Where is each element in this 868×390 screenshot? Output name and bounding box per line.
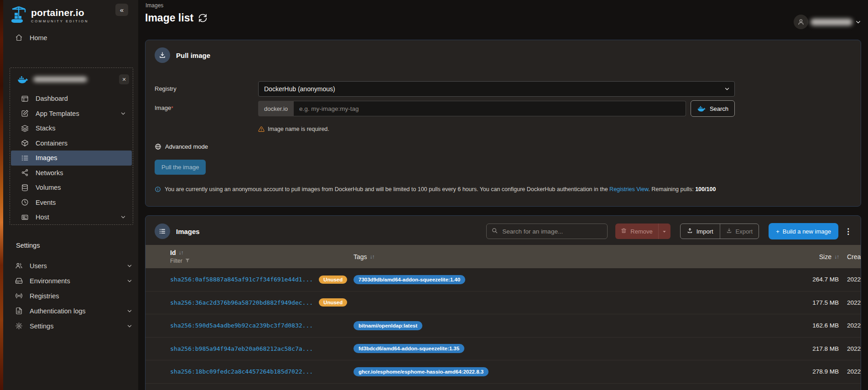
sidebar-item-volumes[interactable]: Volumes <box>11 180 132 195</box>
registry-select[interactable]: DockerHub (anonymous) <box>258 81 735 97</box>
refresh-icon[interactable] <box>198 14 207 22</box>
docker-whale-icon <box>17 75 29 84</box>
advanced-mode-toggle[interactable]: Advanced mode <box>155 143 208 150</box>
image-created: 2022- <box>847 276 861 283</box>
app-templates-icon <box>21 109 29 117</box>
column-header-size[interactable]: Size ↓↑ <box>788 253 847 260</box>
sidebar-item-label: Events <box>36 199 56 206</box>
sidebar-item-dashboard[interactable]: Dashboard <box>11 91 132 106</box>
sidebar-item-stacks[interactable]: Stacks <box>11 121 132 136</box>
more-options-kebab-icon[interactable]: ⋮ <box>844 228 852 235</box>
image-tag-badge[interactable]: fd3bdcd6/amd64-addon-squeezelite:1.35 <box>353 344 464 353</box>
images-panel-header: Images <box>146 216 861 239</box>
main-content: Images Image list Pull im <box>138 0 868 390</box>
image-created: 2022- <box>847 299 861 306</box>
image-id-link[interactable]: sha256:36ac2d376b96a58720bd882f949dec... <box>170 299 313 306</box>
registries-view-link[interactable]: Registries View <box>609 186 648 192</box>
column-header-tags[interactable]: Tags ↓↑ <box>353 253 788 260</box>
image-id-link[interactable]: sha256:0af58887a845af91c7f34f691e44d1... <box>170 276 313 283</box>
sidebar-item-images[interactable]: Images <box>11 151 132 166</box>
sidebar-item-environments[interactable]: Environments <box>3 273 138 288</box>
desktop-wallpaper-strip <box>0 0 3 390</box>
filter-control[interactable]: Filter <box>170 258 353 265</box>
anonymous-pull-info: You are currently using an anonymous acc… <box>155 186 861 192</box>
image-size: 278.9 MB <box>788 368 847 375</box>
table-row: sha256:0af58887a845af91c7f34f691e44d1...… <box>146 268 861 291</box>
image-search-input[interactable] <box>502 228 603 235</box>
chevron-down-icon <box>855 19 862 26</box>
validation-text: Image name is required. <box>268 126 329 132</box>
image-tag-badge[interactable]: bitnami/openldap:latest <box>353 321 422 330</box>
remove-button[interactable]: Remove <box>615 224 658 239</box>
search-image-button[interactable]: Search <box>691 100 735 117</box>
select-caret-icon <box>724 86 730 92</box>
import-export-group: Import Export <box>680 224 759 239</box>
username-redacted <box>811 19 852 26</box>
chevron-down-icon <box>120 214 126 220</box>
events-icon <box>21 198 29 206</box>
image-size: 177.5 MB <box>788 299 847 306</box>
sidebar-item-networks[interactable]: Networks <box>11 166 132 181</box>
sidebar: portainer.io COMMUNITY EDITION « Home ✕ … <box>3 0 138 390</box>
column-header-id[interactable]: Id ↓↑ <box>170 249 353 256</box>
sidebar-item-events[interactable]: Events <box>11 195 132 210</box>
sidebar-item-label: Dashboard <box>36 95 68 102</box>
sidebar-item-home[interactable]: Home <box>3 30 138 45</box>
trash-icon <box>621 228 627 235</box>
portainer-crane-logo-icon <box>10 5 27 27</box>
image-id-link[interactable]: sha256:18bc09fedc2a8c4457264b185d7022... <box>170 368 313 375</box>
sidebar-item-host[interactable]: Host <box>11 210 132 225</box>
user-menu[interactable] <box>794 15 862 29</box>
column-header-created[interactable]: Created <box>847 253 861 260</box>
logo-subtitle: COMMUNITY EDITION <box>31 19 88 23</box>
volumes-icon <box>21 184 29 192</box>
remove-button-label: Remove <box>630 228 652 235</box>
image-tag-badge[interactable]: 7303d9db/amd64-addon-squeezelite:1.40 <box>353 275 465 284</box>
sidebar-item-registries[interactable]: Registries <box>3 288 138 303</box>
image-id-link[interactable]: sha256:590d5a4adbe9b92ca239bc3f7d0832... <box>170 322 313 329</box>
image-registry-prefix: docker.io <box>258 101 294 116</box>
import-button[interactable]: Import <box>681 224 720 239</box>
tags-column-label: Tags <box>353 253 367 260</box>
registry-form-row: Registry DockerHub (anonymous) <box>146 81 861 97</box>
sidebar-item-authentication-logs[interactable]: Authentication logs <box>3 303 138 318</box>
sidebar-item-users[interactable]: Users <box>3 258 138 273</box>
image-id-link[interactable]: sha256:b985a94f94a7eb20a068212ac58c7a... <box>170 345 313 352</box>
image-tag-badge[interactable]: ghcr.io/esphome/esphome-hassio-amd64:202… <box>353 367 489 376</box>
environments-icon <box>15 277 23 285</box>
pull-the-image-button[interactable]: Pull the image <box>155 160 206 175</box>
containers-icon <box>21 139 29 147</box>
table-header-row: Id ↓↑ Filter Tags ↓↑ Size <box>146 245 861 268</box>
image-name-input[interactable] <box>294 101 686 116</box>
search-icon <box>491 227 498 236</box>
sidebar-item-label: Environments <box>30 277 70 285</box>
sidebar-item-settings[interactable]: Settings <box>3 318 138 333</box>
export-button[interactable]: Export <box>720 224 759 239</box>
image-form-row: Image* docker.io Search <box>146 100 861 117</box>
remove-dropdown-caret[interactable] <box>658 224 670 239</box>
sidebar-collapse-button[interactable]: « <box>115 4 128 16</box>
docker-whale-icon <box>697 105 706 112</box>
chevron-down-icon <box>120 110 126 117</box>
panel-title: Images <box>176 228 200 235</box>
unused-badge: Unused <box>319 276 347 284</box>
users-icon <box>15 262 23 270</box>
sidebar-item-label: Users <box>30 262 47 270</box>
pull-image-panel-header: Pull image <box>146 40 861 63</box>
home-icon <box>15 34 23 42</box>
sort-arrows-icon: ↓↑ <box>834 254 839 260</box>
upload-icon <box>687 228 693 235</box>
image-size: 217.8 MB <box>788 345 847 352</box>
required-asterisk: * <box>171 105 173 111</box>
search-button-label: Search <box>710 105 728 112</box>
plus-icon: + <box>776 228 780 235</box>
breadcrumb[interactable]: Images <box>146 2 163 9</box>
environment-nav: DashboardApp TemplatesStacksContainersIm… <box>10 91 133 225</box>
auth-logs-icon <box>15 307 23 315</box>
download-icon <box>155 47 170 63</box>
build-new-image-button[interactable]: + Build a new image <box>769 223 838 239</box>
advanced-mode-label: Advanced mode <box>165 143 208 150</box>
sidebar-item-app-templates[interactable]: App Templates <box>11 106 132 121</box>
environment-close-button[interactable]: ✕ <box>119 74 129 84</box>
sidebar-item-containers[interactable]: Containers <box>11 136 132 151</box>
